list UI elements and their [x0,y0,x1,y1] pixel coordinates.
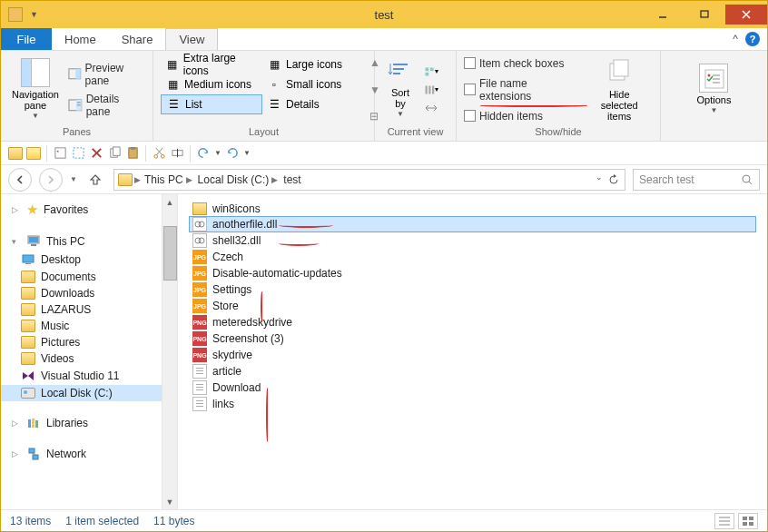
breadcrumb-bar[interactable]: ▶ This PC▶ Local Disk (C:)▶ test ⌄ [113,169,625,191]
svg-rect-52 [33,455,38,459]
undo-icon[interactable] [196,146,211,161]
folder-icon [21,336,35,349]
options-button[interactable]: Options ▼ [694,54,735,124]
file-item[interactable]: JPGStore [189,298,756,314]
hide-selected-items-button[interactable]: Hide selected items [586,54,653,124]
file-item[interactable]: PNGskydrive [189,347,756,363]
file-item[interactable]: PNGScreenshot (3) [189,330,756,347]
layout-medium[interactable]: ▦Medium icons [161,74,262,94]
layout-extra-large[interactable]: ▦Extra large icons [161,54,262,74]
tab-view[interactable]: View [165,28,218,50]
details-view-button[interactable] [714,513,734,529]
sidebar-scrollbar[interactable]: ▲ ▼ [162,194,177,509]
sort-by-button[interactable]: Sort by ▼ [382,54,418,124]
rename-icon[interactable] [170,146,184,161]
item-check-boxes-toggle[interactable]: Item check boxes [464,55,580,72]
new-folder-icon[interactable] [8,146,23,161]
redo-dropdown-icon[interactable]: ▼ [243,149,251,157]
layout-gallery[interactable]: ▦Extra large icons ▦Large icons ▦Medium … [161,54,364,124]
history-dropdown-icon[interactable]: ▼ [70,175,77,183]
file-item[interactable]: shell32.dll [189,232,756,249]
file-item[interactable]: Download [189,379,756,396]
group-by-icon[interactable]: ▾ [424,64,438,79]
close-button[interactable] [725,5,767,25]
sidebar-item-local-disk[interactable]: Local Disk (C:) [1,385,177,401]
ribbon-tabs: File Home Share View ^ ? [1,28,767,51]
file-item[interactable]: win8icons [189,202,756,216]
sidebar-item-documents[interactable]: Documents [1,269,177,285]
address-dropdown-icon[interactable]: ⌄ [596,172,603,187]
tab-share[interactable]: Share [109,28,166,50]
layout-list[interactable]: ☰List [161,94,262,114]
details-pane-button[interactable]: Details pane [68,91,145,120]
crumb-test[interactable]: test [281,173,302,186]
expand-icon[interactable]: ▷ [12,449,21,458]
small-down-icon[interactable]: ▼ [30,10,38,19]
file-item[interactable]: JPGSettings [189,281,756,298]
file-name-extensions-toggle[interactable]: File name extensions [464,75,580,104]
collapse-ribbon-icon[interactable]: ^ [733,33,738,45]
file-item[interactable]: article [189,363,756,379]
expand-icon[interactable]: ▷ [12,419,21,428]
sidebar-libraries[interactable]: ▷Libraries [1,414,177,432]
sidebar-this-pc[interactable]: ▾This PC [1,232,177,251]
sidebar-item-desktop[interactable]: Desktop [1,251,177,269]
forward-button[interactable] [39,168,63,192]
thumbnails-view-button[interactable] [738,513,758,529]
sidebar-item-videos[interactable]: Videos [1,350,177,367]
help-icon[interactable]: ? [745,32,760,46]
hidden-items-toggle[interactable]: Hidden items [464,108,580,124]
network-icon [26,447,41,461]
open-icon[interactable] [26,146,41,161]
navigation-pane-button[interactable]: Navigation pane ▼ [8,54,63,124]
file-item[interactable]: anotherfile.dll [189,216,756,232]
cut-icon[interactable] [152,146,166,161]
size-columns-icon[interactable] [424,101,438,115]
scroll-up-icon[interactable]: ▲ [162,194,177,210]
file-item[interactable]: JPGCzech [189,249,756,265]
file-item[interactable]: PNGmeteredskydrive [189,314,756,330]
sidebar-favorites[interactable]: ▷★Favorites [1,200,177,220]
sidebar-item-pictures[interactable]: Pictures [1,334,177,350]
sidebar-network[interactable]: ▷Network [1,445,177,463]
properties-icon[interactable] [53,146,67,161]
copy-icon[interactable] [107,146,122,161]
text-file-icon [192,380,207,395]
maximize-button[interactable] [684,5,725,25]
chevron-right-icon[interactable]: ▶ [134,175,141,184]
undo-dropdown-icon[interactable]: ▼ [214,149,222,157]
sidebar-item-vs11[interactable]: Visual Studio 11 [1,367,177,385]
back-button[interactable] [8,168,32,192]
refresh-icon[interactable] [606,172,621,187]
select-icon[interactable] [71,146,85,161]
svg-line-38 [155,148,162,155]
layout-large[interactable]: ▦Large icons [262,54,364,74]
crumb-this-pc[interactable]: This PC▶ [143,173,194,186]
tab-home[interactable]: Home [52,28,109,50]
expand-icon[interactable]: ▷ [12,205,21,214]
sidebar-item-downloads[interactable]: Downloads [1,285,177,301]
file-name: Czech [212,251,243,263]
tab-file[interactable]: File [1,28,52,50]
search-input[interactable]: Search test [633,169,760,191]
file-item[interactable]: links [189,396,756,412]
file-list[interactable]: win8iconsanotherfile.dllshell32.dllJPGCz… [178,194,767,509]
preview-pane-button[interactable]: Preview pane [68,60,145,89]
xl-icons-icon: ▦ [165,57,179,72]
redo-icon[interactable] [225,146,240,161]
layout-small[interactable]: ▫Small icons [262,74,364,94]
minimize-button[interactable] [642,5,684,25]
sidebar-item-lazarus[interactable]: LAZARUS [1,301,177,318]
up-button[interactable] [84,169,106,191]
paste-icon[interactable] [125,146,140,161]
add-columns-icon[interactable]: ▾ [424,83,438,97]
sidebar-item-music[interactable]: Music [1,318,177,334]
layout-details[interactable]: ☰Details [262,94,364,114]
crumb-local-disk[interactable]: Local Disk (C:)▶ [196,173,281,186]
window-folder-icon [8,7,23,22]
scroll-thumb[interactable] [163,226,177,281]
scroll-down-icon[interactable]: ▼ [162,494,177,509]
file-item[interactable]: JPGDisable-automatic-updates [189,265,756,281]
delete-icon[interactable] [89,146,103,161]
collapse-icon[interactable]: ▾ [12,237,21,246]
